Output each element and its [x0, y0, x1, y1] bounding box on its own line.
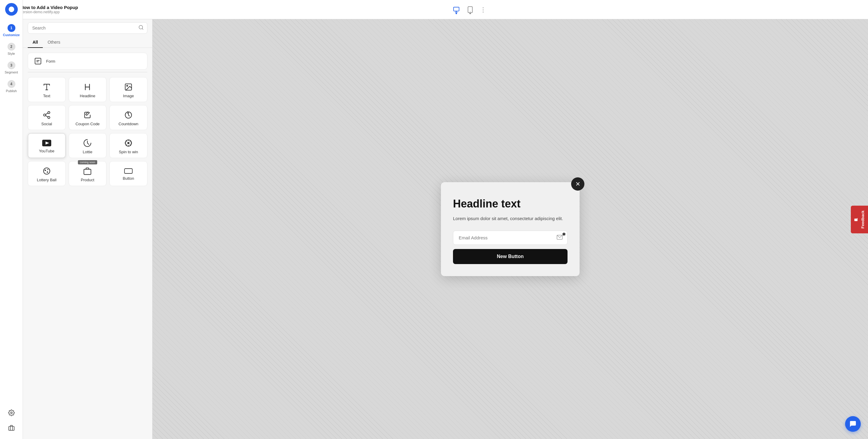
popup-body: Lorem ipsum dolor sit amet, consectetur … — [453, 215, 567, 222]
image-label: Image — [123, 94, 134, 98]
countdown-label: Countdown — [119, 122, 138, 126]
product-icon — [83, 167, 92, 175]
elements-grid: Form Text Headline Image — [23, 48, 152, 439]
product-label: Product — [81, 178, 94, 182]
text-icon — [42, 83, 51, 91]
youtube-label: YouTube — [39, 149, 54, 153]
settings-button[interactable] — [5, 406, 18, 419]
svg-point-16 — [44, 170, 46, 171]
svg-point-1 — [10, 412, 12, 414]
element-spin[interactable]: Spin to win — [110, 133, 147, 158]
text-label: Text — [43, 94, 50, 98]
element-youtube[interactable]: YouTube — [28, 133, 66, 158]
button-icon — [124, 168, 133, 174]
sidebar-step-publish[interactable]: 4 Publish — [3, 78, 20, 95]
element-product[interactable]: coming soon Product — [69, 161, 107, 186]
svg-point-24 — [470, 11, 470, 12]
svg-rect-20 — [124, 169, 132, 173]
headline-label: Headline — [80, 94, 95, 98]
app-logo — [5, 3, 18, 16]
coupon-icon — [83, 111, 92, 119]
element-lottery[interactable]: Lottery Ball — [28, 161, 66, 186]
feedback-tab[interactable]: Feedback — [851, 206, 868, 233]
element-form[interactable]: Form — [28, 53, 147, 70]
sidebar-step-segment[interactable]: 3 Segment — [3, 59, 20, 76]
elements-panel: Add a New Element Back All Others Form — [23, 0, 153, 439]
form-icon — [34, 57, 42, 65]
email-icon — [557, 235, 563, 241]
briefcase-button[interactable] — [5, 421, 18, 434]
countdown-icon — [124, 111, 133, 119]
element-countdown[interactable]: Countdown — [110, 105, 147, 130]
divider-1 — [28, 72, 147, 72]
svg-point-15 — [43, 168, 50, 174]
popup-close-button[interactable]: ✕ — [571, 177, 584, 191]
spin-icon — [124, 139, 133, 147]
svg-rect-2 — [8, 426, 14, 430]
svg-point-14 — [127, 142, 130, 144]
popup-action-button[interactable]: New Button — [453, 249, 567, 264]
sidebar-nav: 1 Customize 2 Style 3 Segment 4 Publish — [0, 0, 23, 439]
search-bar — [28, 22, 147, 34]
mobile-active-dot — [470, 13, 471, 14]
device-switcher: ⋮ — [451, 4, 488, 15]
headline-icon — [83, 83, 92, 91]
svg-rect-22 — [454, 7, 459, 11]
element-lottie[interactable]: Lottie — [69, 133, 107, 158]
canvas-wrapper: How to Add a Video Popup version-demo.ne… — [153, 0, 868, 439]
element-button[interactable]: Button — [110, 161, 147, 186]
svg-rect-19 — [84, 169, 91, 175]
mobile-button[interactable] — [464, 4, 476, 15]
tab-others[interactable]: Others — [43, 37, 65, 47]
svg-point-6 — [127, 85, 128, 87]
spin-label: Spin to win — [119, 150, 138, 154]
search-icon — [138, 25, 144, 31]
lottery-icon — [42, 167, 51, 175]
top-bar: How to Add a Video Popup version-demo.ne… — [153, 0, 868, 19]
lottie-label: Lottie — [83, 150, 93, 154]
lottery-label: Lottery Ball — [37, 178, 56, 182]
youtube-play-icon — [42, 140, 51, 146]
grid-row-1: Text Headline Image — [28, 77, 147, 102]
popup-modal: ✕ Headline text Lorem ipsum dolor sit am… — [441, 182, 580, 276]
grid-row-3: YouTube Lottie Spin to win — [28, 133, 147, 158]
tab-all[interactable]: All — [28, 37, 43, 47]
svg-point-17 — [47, 169, 49, 170]
svg-point-0 — [8, 7, 14, 12]
coupon-label: Coupon Code — [75, 122, 99, 126]
grid-row-2: Social Coupon Code Countdown — [28, 105, 147, 130]
sidebar-step-style[interactable]: 2 Style — [3, 40, 20, 58]
canvas-area: ✕ Headline text Lorem ipsum dolor sit am… — [153, 19, 868, 439]
element-headline[interactable]: Headline — [69, 77, 107, 102]
chat-bubble[interactable] — [845, 416, 861, 432]
sidebar-step-customize[interactable]: 1 Customize — [3, 22, 20, 39]
more-options-button[interactable]: ⋮ — [478, 4, 488, 15]
grid-row-4: Lottery Ball coming soon Product Button — [28, 161, 147, 186]
lottie-icon — [83, 139, 92, 147]
svg-rect-4 — [35, 58, 41, 64]
search-input[interactable] — [28, 22, 147, 34]
element-text[interactable]: Text — [28, 77, 66, 102]
form-label: Form — [46, 59, 55, 64]
desktop-button[interactable] — [451, 4, 462, 15]
social-icon — [42, 111, 51, 119]
popup-headline: Headline text — [453, 197, 567, 210]
email-input[interactable] — [453, 231, 567, 245]
element-image[interactable]: Image — [110, 77, 147, 102]
email-input-wrap: ✱ — [453, 231, 567, 245]
image-icon — [124, 83, 133, 91]
button-label: Button — [123, 176, 134, 181]
element-social[interactable]: Social — [28, 105, 66, 130]
coming-soon-badge: coming soon — [78, 160, 97, 164]
tabs-row: All Others — [23, 37, 152, 48]
element-coupon[interactable]: Coupon Code — [69, 105, 107, 130]
desktop-active-dot — [456, 13, 457, 14]
svg-point-18 — [47, 171, 48, 173]
social-label: Social — [41, 122, 52, 126]
